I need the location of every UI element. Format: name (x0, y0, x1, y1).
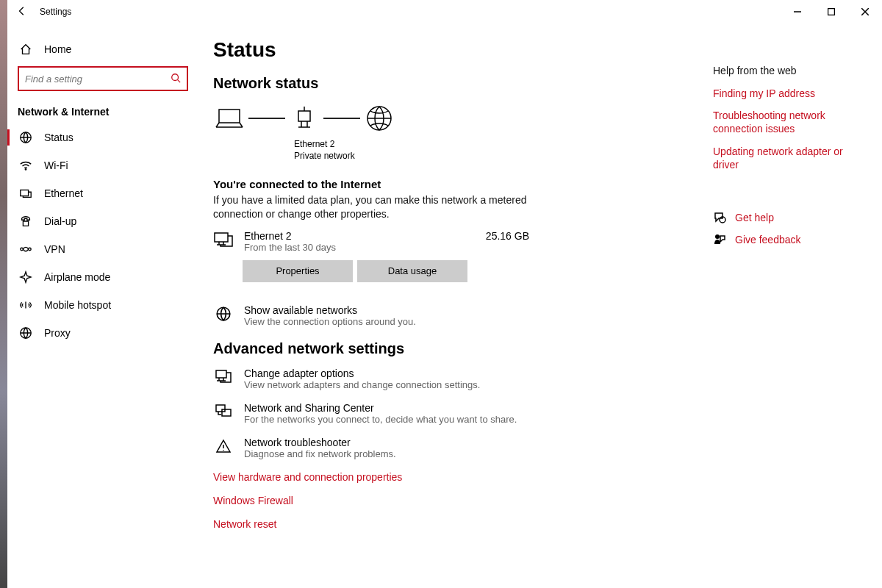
svg-rect-4 (21, 190, 29, 196)
diagram-line (323, 118, 360, 119)
link-windows-firewall[interactable]: Windows Firewall (213, 495, 691, 506)
sidebar-item-label: Ethernet (44, 187, 83, 199)
close-button[interactable] (848, 0, 882, 24)
connection-sub: From the last 30 days (244, 242, 476, 253)
network-status-heading: Network status (213, 75, 691, 92)
sidebar-item-label: Dial-up (44, 215, 76, 227)
globe-large-icon (363, 102, 395, 135)
get-help-label: Get help (735, 212, 774, 223)
sidebar-item-hotspot[interactable]: Mobile hotspot (7, 291, 198, 319)
give-feedback-label: Give feedback (735, 234, 801, 245)
data-usage-button[interactable]: Data usage (357, 260, 467, 282)
sidebar-item-label: Mobile hotspot (44, 299, 111, 311)
link-hardware-properties[interactable]: View hardware and connection properties (213, 471, 691, 483)
give-feedback-button[interactable]: Give feedback (713, 233, 867, 246)
option-name: Change adapter options (244, 368, 480, 379)
main-content: Status Network status Ethernet 2 Private… (213, 29, 691, 588)
option-sub: Diagnose and fix network problems. (244, 448, 396, 459)
help-link-troubleshoot[interactable]: Troubleshooting network connection issue… (713, 109, 867, 135)
sidebar: Home Network & Internet Status Wi-Fi Eth… (7, 29, 198, 588)
warning-icon (213, 437, 234, 459)
svg-point-5 (21, 248, 24, 251)
dialup-icon (18, 215, 34, 228)
diagram-network-name: Ethernet 2 (294, 139, 691, 151)
monitor-icon (213, 230, 234, 252)
help-icon (713, 211, 726, 224)
option-name: Show available networks (244, 304, 416, 316)
proxy-icon (18, 326, 34, 340)
diagram-caption: Ethernet 2 Private network (294, 139, 691, 162)
help-heading: Help from the web (713, 65, 867, 76)
svg-rect-11 (215, 233, 228, 242)
airplane-icon (18, 270, 34, 284)
adapter-icon (213, 368, 234, 390)
diagram-line (248, 118, 285, 119)
option-name: Network and Sharing Center (244, 402, 517, 414)
page-title: Status (213, 38, 691, 62)
sidebar-item-ethernet[interactable]: Ethernet (7, 179, 198, 207)
svg-point-17 (715, 234, 720, 239)
sidebar-home-label: Home (44, 43, 71, 55)
help-link-ip[interactable]: Finding my IP address (713, 87, 867, 100)
option-sub: For the networks you connect to, decide … (244, 414, 517, 425)
search-input[interactable] (25, 74, 171, 85)
search-icon (171, 73, 181, 85)
sidebar-home[interactable]: Home (7, 35, 198, 63)
laptop-icon (213, 102, 245, 135)
minimize-button[interactable] (781, 0, 814, 24)
sidebar-item-label: Wi-Fi (44, 159, 68, 171)
hotspot-icon (18, 298, 34, 312)
show-networks-row[interactable]: Show available networks View the connect… (213, 304, 529, 327)
option-name: Network troubleshooter (244, 437, 396, 448)
svg-rect-13 (216, 370, 226, 378)
feedback-icon (713, 233, 726, 246)
vpn-icon (18, 243, 34, 256)
back-button[interactable] (7, 6, 37, 18)
sidebar-item-vpn[interactable]: VPN (7, 235, 198, 263)
help-pane: Help from the web Finding my IP address … (713, 65, 867, 246)
link-network-reset[interactable]: Network reset (213, 518, 691, 530)
sharing-center-row[interactable]: Network and Sharing Center For the netwo… (213, 402, 529, 425)
globe-icon (18, 131, 34, 144)
change-adapter-row[interactable]: Change adapter options View network adap… (213, 368, 529, 390)
troubleshooter-row[interactable]: Network troubleshooter Diagnose and fix … (213, 437, 529, 459)
svg-rect-9 (298, 111, 310, 121)
svg-rect-14 (216, 405, 225, 412)
router-icon (288, 102, 320, 135)
globe-icon (213, 304, 234, 327)
connection-name: Ethernet 2 (244, 230, 476, 242)
link-list: View hardware and connection properties … (213, 471, 691, 530)
wifi-icon (18, 159, 34, 172)
connection-usage: 25.16 GB (486, 230, 529, 242)
get-help-button[interactable]: Get help (713, 211, 867, 224)
help-link-driver[interactable]: Updating network adapter or driver (713, 145, 867, 171)
sidebar-item-wifi[interactable]: Wi-Fi (7, 151, 198, 179)
svg-rect-8 (219, 110, 240, 123)
option-sub: View network adapters and change connect… (244, 379, 480, 390)
titlebar: Settings (7, 0, 882, 24)
sidebar-item-dialup[interactable]: Dial-up (7, 207, 198, 235)
maximize-button[interactable] (814, 0, 848, 24)
ethernet-icon (18, 187, 34, 200)
svg-rect-15 (222, 409, 231, 416)
svg-point-1 (172, 74, 179, 80)
sidebar-item-proxy[interactable]: Proxy (7, 319, 198, 347)
sidebar-item-label: Status (44, 132, 74, 143)
sidebar-item-label: VPN (44, 243, 65, 255)
sharing-icon (213, 402, 234, 425)
sidebar-section-header: Network & Internet (7, 100, 198, 123)
sidebar-item-airplane[interactable]: Airplane mode (7, 263, 198, 291)
properties-button[interactable]: Properties (243, 260, 353, 282)
option-sub: View the connection options around you. (244, 316, 416, 327)
desktop-edge (0, 0, 7, 588)
sidebar-item-status[interactable]: Status (7, 123, 198, 151)
search-box[interactable] (18, 66, 188, 91)
advanced-heading: Advanced network settings (213, 340, 691, 357)
window-title: Settings (37, 7, 71, 17)
connected-heading: You're connected to the Internet (213, 178, 691, 190)
home-icon (18, 43, 34, 56)
network-diagram (213, 102, 691, 135)
svg-point-3 (25, 169, 26, 170)
sidebar-item-label: Proxy (44, 327, 71, 339)
sidebar-item-label: Airplane mode (44, 271, 110, 283)
